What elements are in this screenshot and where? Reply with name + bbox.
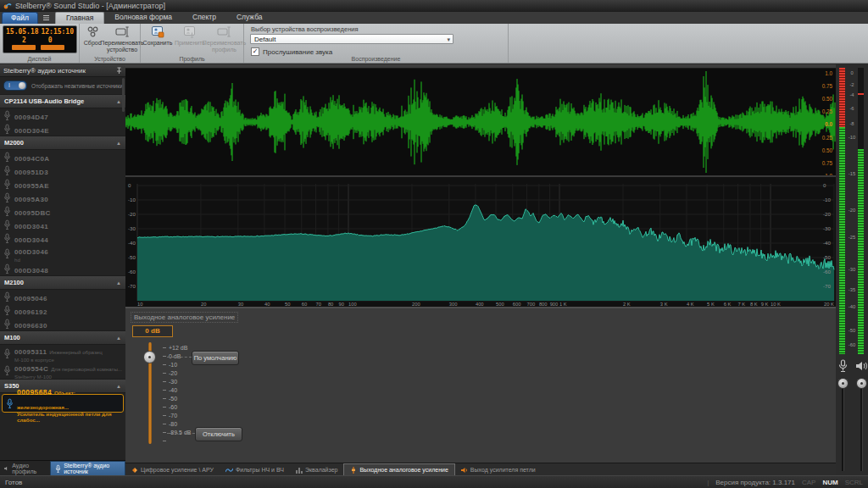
mic-icon <box>3 365 11 376</box>
meter-scale-label: -2 <box>844 82 860 87</box>
mic-icon <box>3 319 11 330</box>
audio-source-item[interactable]: 000955AE <box>0 177 125 191</box>
mute-output-button[interactable]: Отключить <box>195 427 242 441</box>
group-name: CP2114 USB-Audio Bridge <box>4 97 84 105</box>
mic-icon <box>3 263 11 274</box>
rename-profile-button[interactable]: Переименовать профиль <box>205 25 243 53</box>
save-profile-icon <box>151 25 164 38</box>
group-caption-display: Дисплей <box>0 56 79 62</box>
apply-profile-label: Применить <box>175 40 205 47</box>
spectrum-plot[interactable]: 00-10-10-20-20-30-30-40-40-50-50-60-60-7… <box>125 177 836 307</box>
mic-volume-knob[interactable] <box>837 378 849 389</box>
speaker-volume-track[interactable] <box>860 383 863 471</box>
gain-tick-label: +12 dB <box>169 345 187 351</box>
lcd-counter-left: 2 <box>22 36 26 44</box>
svg-text:-50: -50 <box>823 254 832 260</box>
svg-text:0: 0 <box>823 182 826 188</box>
audio-source-item[interactable]: 00095684Объект: железнодорожная...Усилит… <box>2 394 124 413</box>
scrl-indicator: SCRL <box>845 479 863 486</box>
num-indicator: NUM <box>822 479 837 486</box>
panel-tab-eq[interactable]: Эквалайзер <box>290 463 343 476</box>
product-version: Версия продукта: 1.3.171 <box>715 479 795 486</box>
source-note: Для переговорной комнаты... <box>51 366 122 372</box>
pin-icon[interactable] <box>116 67 122 75</box>
waveform-panel: 1.00.750.500.250.00.250.500.751.0 <box>125 64 836 175</box>
waveform-plot[interactable] <box>125 68 836 175</box>
window-title: Stelberry® Sound Studio - [Администратор… <box>15 2 165 10</box>
source-subtitle: Stelberry M-100 <box>14 374 122 380</box>
group-header-cp2114-usb-audio-bridge[interactable]: CP2114 USB-Audio Bridge▲ <box>0 94 125 108</box>
tab-волновая-форма[interactable]: Волновая форма <box>104 12 182 23</box>
audio-source-item[interactable]: 00094C0A <box>0 150 125 164</box>
output-meter-level-segment <box>858 149 864 354</box>
ribbon-group-display: 15.05.18 12:15:10 2 0 Дисплей <box>0 24 80 63</box>
waveform-scale-label: 1.0 <box>825 70 832 76</box>
default-gain-button[interactable]: По умолчанию <box>192 351 239 365</box>
dropdown-arrow-icon: ▾ <box>447 35 450 45</box>
rename-device-icon <box>115 25 130 38</box>
audio-source-item[interactable]: 00095311Инженерный образецМ-100 в корпус… <box>0 345 125 362</box>
waveform-scale-label: 0.75 <box>822 159 832 165</box>
panel-tab-speaker[interactable]: Выход усилителя петли <box>455 463 542 476</box>
save-profile-button[interactable]: Сохранить <box>142 25 173 47</box>
file-menu-button[interactable]: Файл <box>2 12 38 24</box>
gain-tick-label: -80 <box>169 421 177 427</box>
source-id: 00096630 <box>14 322 47 330</box>
gain-tick <box>163 364 166 365</box>
status-bar: Готов | Версия продукта: 1.3.171 CAP NUM… <box>0 475 868 488</box>
chevron-up-icon: ▲ <box>116 280 121 286</box>
sidebar-header-title: Stelberry® аудио источник <box>3 67 86 75</box>
audio-source-item[interactable]: 00096630 <box>0 317 125 330</box>
sidebar-tab-0[interactable]: Аудио профиль <box>0 461 50 476</box>
listen-checkbox[interactable]: ✓ <box>251 47 259 56</box>
source-id: 000D304E <box>14 127 49 135</box>
group-caption-profile: Профиль <box>141 56 243 62</box>
panel-tab-filter[interactable]: Фильтры НЧ и ВЧ <box>220 463 290 476</box>
show-inactive-toggle[interactable]: I <box>3 80 27 91</box>
audio-source-item[interactable]: 00096192 <box>0 303 125 317</box>
audio-source-item[interactable]: 0009554CДля переговорной комнаты...Stelb… <box>0 362 125 379</box>
svg-text:-10: -10 <box>823 197 832 202</box>
audio-source-item[interactable]: 000D304E <box>0 122 125 136</box>
svg-text:1 K: 1 K <box>559 302 567 307</box>
source-id: 000D3048 <box>14 267 48 274</box>
playback-device-select[interactable]: Default ▾ <box>250 34 453 44</box>
mic-volume-track[interactable] <box>842 383 844 471</box>
microphone-icon[interactable] <box>837 359 849 373</box>
audio-source-item[interactable]: 000D3048 <box>0 262 125 275</box>
panel-tab-fader[interactable]: Выходное аналоговое усиление <box>343 463 454 476</box>
audio-source-item[interactable]: 00094D47 <box>0 108 125 122</box>
audio-source-item[interactable]: 00095046 <box>0 290 125 303</box>
sidebar-scrollbar[interactable] <box>122 78 125 112</box>
svg-text:5 K: 5 K <box>707 302 715 307</box>
gain-slider-handle[interactable] <box>143 351 156 363</box>
ribbon-group-profile: Сохранить Применить Переименовать профил… <box>141 24 244 63</box>
gain-tick <box>163 432 166 433</box>
rename-device-button[interactable]: Переименовать устройство <box>103 25 141 53</box>
audio-source-item[interactable]: 000D3041 <box>0 218 125 231</box>
speaker-icon[interactable] <box>855 360 868 372</box>
group-header-m2100[interactable]: M2100▲ <box>0 275 125 290</box>
speaker-volume-knob[interactable] <box>856 378 867 389</box>
source-id: 0009554C <box>14 365 48 373</box>
lcd-badge-left <box>12 45 36 50</box>
audio-source-item[interactable]: 00095DBC <box>0 204 125 218</box>
apply-profile-button[interactable]: Применить <box>175 25 205 47</box>
source-subtitle: Усилитель индукционной петли для слабос.… <box>17 412 123 423</box>
save-profile-label: Сохранить <box>143 40 173 47</box>
audio-source-item[interactable]: 000951D3 <box>0 164 125 177</box>
group-header-m2000[interactable]: M2000▲ <box>0 136 125 150</box>
tab-главная[interactable]: Главная <box>55 12 104 24</box>
audio-source-item[interactable]: 00095A30 <box>0 191 125 204</box>
audio-source-item[interactable]: 000D3046hd <box>0 245 125 262</box>
sidebar-tab-1[interactable]: Stelberry® аудио источник <box>50 461 125 476</box>
rename-profile-icon <box>217 25 231 38</box>
quick-access-icon[interactable] <box>41 13 53 23</box>
svg-text:-40: -40 <box>128 240 136 246</box>
panel-tab-gain[interactable]: Цифровое усиление \ АРУ <box>125 463 220 476</box>
tab-служба[interactable]: Служба <box>226 12 273 23</box>
waveform-scale-label: 0.25 <box>822 134 832 140</box>
tab-спектр[interactable]: Спектр <box>182 12 226 23</box>
lcd-time: 12:15:10 <box>41 28 74 36</box>
mic-icon <box>3 179 11 190</box>
